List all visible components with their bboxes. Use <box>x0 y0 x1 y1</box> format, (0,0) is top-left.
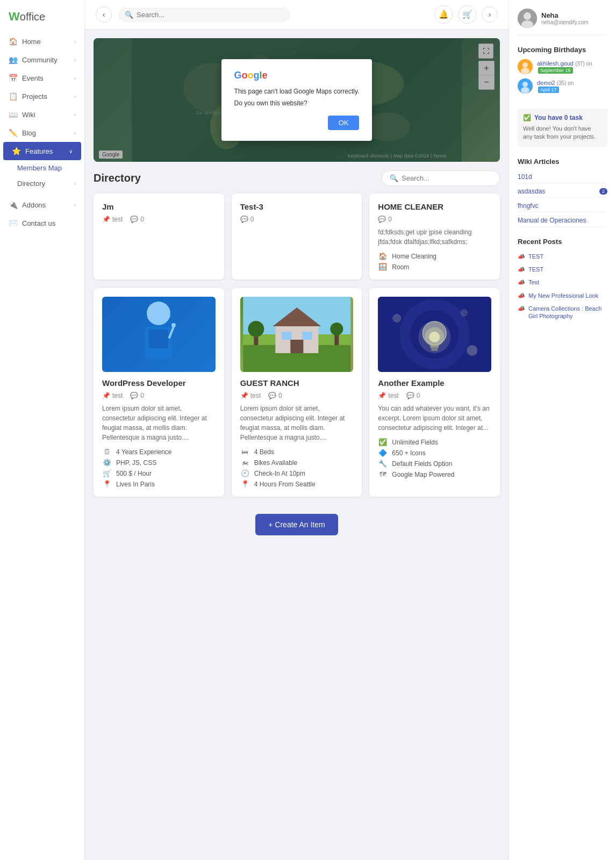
wiki-item: Manual de Operaciones <box>518 214 607 227</box>
cart-button[interactable]: 🛒 <box>458 5 476 24</box>
card-image-wordpress <box>102 297 216 372</box>
feature-icon: 🏍 <box>240 458 250 467</box>
feature-item: 📍 Lives In Paris <box>102 480 216 488</box>
card-test3: Test-3 💬 0 <box>232 194 362 280</box>
wiki-item-name[interactable]: Manual de Operaciones <box>518 217 586 224</box>
dialog-ok-button[interactable]: OK <box>328 116 360 130</box>
card-image-ranch <box>240 297 354 372</box>
sidebar-item-home[interactable]: 🏠 Home › <box>0 32 84 51</box>
feature-item: 📍 4 Hours From Seattle <box>240 480 354 488</box>
card-meta: 📌 test 💬 0 <box>378 392 491 399</box>
birthday-name[interactable]: akhilesh.goud <box>537 60 574 67</box>
sidebar-item-features[interactable]: ⭐ Features ∨ <box>3 142 81 160</box>
sidebar-item-events[interactable]: 📅 Events › <box>0 69 84 87</box>
card-meta: 📌 test 💬 0 <box>102 216 216 223</box>
forward-button[interactable]: › <box>482 6 498 23</box>
search-input[interactable] <box>137 11 284 19</box>
feature-item: 🗓 4 Years Experience <box>102 448 216 456</box>
feature-icon: 🛏 <box>240 448 250 456</box>
sidebar-item-blog[interactable]: ✏️ Blog › <box>0 124 84 142</box>
user-profile: Neha neha@xtendify.com <box>518 9 607 35</box>
card-comments: 💬 0 <box>240 216 254 223</box>
notifications-button[interactable]: 🔔 <box>434 5 453 24</box>
feature-icon: 📍 <box>102 480 112 488</box>
birthday-name[interactable]: demo2 <box>537 80 555 86</box>
feature-item: 🕙 Check-In At 10pm <box>240 469 354 477</box>
feature-item: ✅ Unlimited Fields <box>378 438 491 446</box>
birthday-avatar-svg <box>518 59 533 74</box>
directory-title: Directory <box>94 172 141 184</box>
home-icon: 🏠 <box>9 37 18 46</box>
sidebar-item-wiki[interactable]: 📖 Wiki › <box>0 105 84 124</box>
wiki-item-name[interactable]: asdasdas <box>518 188 545 195</box>
wiki-item-name[interactable]: 101d <box>518 173 532 181</box>
post-title[interactable]: TEST <box>528 253 543 260</box>
comment-icon: 💬 <box>268 392 276 399</box>
create-item-button[interactable]: + Create An Item <box>255 514 338 535</box>
back-button[interactable]: ‹ <box>96 6 112 23</box>
feature-icon: 🗓 <box>102 448 112 456</box>
chevron-icon: › <box>74 112 76 118</box>
sidebar-item-addons[interactable]: 🔌 Addons › <box>0 196 84 214</box>
svg-rect-22 <box>290 340 303 353</box>
svg-point-42 <box>522 62 528 68</box>
svg-point-43 <box>521 68 529 74</box>
card-tag: 📌 test <box>102 392 123 399</box>
sidebar-item-contact[interactable]: ✉️ Contact us <box>0 214 84 232</box>
tasks-section: ✅ You have 0 task Well done! You don't h… <box>518 109 607 147</box>
card-comments: 💬 0 <box>378 216 392 223</box>
post-item: 📣 Test <box>518 277 607 288</box>
sidebar-item-community[interactable]: 👥 Community › <box>0 51 84 69</box>
task-title: ✅ You have 0 task <box>523 114 602 121</box>
directory-search-icon: 🔍 <box>390 174 398 182</box>
chevron-down-icon: ∨ <box>69 148 73 154</box>
search-bar[interactable]: 🔍 <box>118 8 290 22</box>
card-features: ✅ Unlimited Fields 🔷 650 + Icons 🔧 Defau… <box>378 438 491 478</box>
birthday-item: akhilesh.goud (37) on September 18 <box>518 59 607 74</box>
feature-icon: 🏠 <box>378 252 388 260</box>
card-jm: Jm 📌 test 💬 0 <box>94 194 224 280</box>
directory-header: Directory 🔍 <box>94 170 500 186</box>
subnav-members-map[interactable]: Members Map <box>17 160 84 176</box>
feature-item: 🔷 650 + Icons <box>378 449 491 457</box>
feature-icon: 🕙 <box>240 469 250 477</box>
wiki-articles-section: Wiki Articles 101d asdasdas 2 fhngfvc Ma… <box>518 157 607 227</box>
header-actions: 🔔 🛒 › <box>434 5 498 24</box>
app-logo: Woffice <box>0 5 84 32</box>
post-title[interactable]: TEST <box>528 266 543 273</box>
wiki-item: asdasdas 2 <box>518 185 607 198</box>
community-icon: 👥 <box>9 55 18 64</box>
search-icon: 🔍 <box>125 11 133 19</box>
dialog-actions: OK <box>234 116 360 130</box>
post-item: 📣 TEST <box>518 251 607 262</box>
avatar-image <box>518 9 537 28</box>
card-wordpress: WordPress Developer 📌 test 💬 0 Lorem ips… <box>94 288 224 497</box>
wiki-item: 101d <box>518 171 607 183</box>
card-guest-ranch: GUEST RANCH 📌 test 💬 0 Lorem ipsum dolor… <box>232 288 362 497</box>
events-icon: 📅 <box>9 74 18 82</box>
svg-point-35 <box>393 314 402 322</box>
feature-item: 🛏 4 Beds <box>240 448 354 456</box>
subnav-directory[interactable]: Directory › <box>17 176 84 191</box>
wiki-item-name[interactable]: fhngfvc <box>518 202 539 210</box>
avatar <box>518 9 537 28</box>
svg-rect-12 <box>149 329 168 348</box>
tag-icon: 📌 <box>378 392 386 399</box>
sidebar-item-projects[interactable]: 📋 Projects › <box>0 87 84 105</box>
svg-rect-25 <box>334 334 339 345</box>
card-title: WordPress Developer <box>102 378 216 388</box>
megaphone-icon: 📣 <box>518 305 525 312</box>
post-title[interactable]: Camera Collections : Beach Girl Photogra… <box>528 305 607 320</box>
directory-search-input[interactable] <box>402 174 492 182</box>
feature-icon: ⚙️ <box>102 458 112 467</box>
birthday-avatar <box>518 59 533 74</box>
svg-point-37 <box>461 309 468 317</box>
svg-point-14 <box>171 323 176 327</box>
post-title[interactable]: My New Professional Look <box>528 292 598 299</box>
card-title: Jm <box>102 202 216 211</box>
card-features: 🗓 4 Years Experience ⚙️ PHP, JS, CSS 🛒 5… <box>102 448 216 488</box>
directory-search-bar[interactable]: 🔍 <box>382 170 500 186</box>
feature-item: 🔧 Default Fields Option <box>378 460 491 468</box>
task-box: ✅ You have 0 task Well done! You don't h… <box>518 109 607 147</box>
post-title[interactable]: Test <box>528 278 539 286</box>
